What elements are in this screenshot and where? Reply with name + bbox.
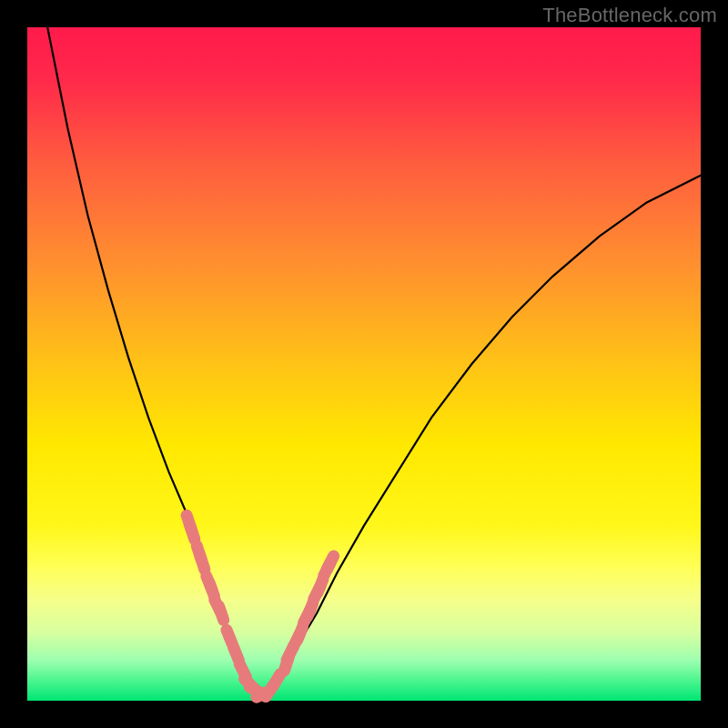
chart-svg <box>27 27 701 701</box>
mismatch-curve <box>27 0 701 694</box>
marker-capsule <box>219 606 224 620</box>
highlighted-points <box>187 515 334 697</box>
marker-capsule <box>273 674 280 687</box>
marker-capsule <box>327 556 333 569</box>
watermark-text: TheBottleneck.com <box>542 4 717 27</box>
marker-capsule <box>190 525 195 539</box>
outer-black-frame: TheBottleneck.com <box>0 0 728 728</box>
plot-area <box>27 27 701 701</box>
marker-capsule <box>200 556 205 570</box>
